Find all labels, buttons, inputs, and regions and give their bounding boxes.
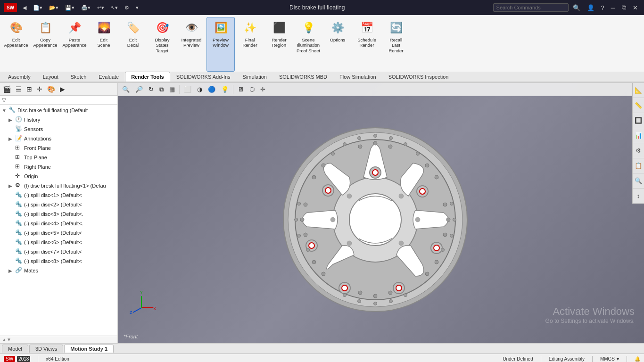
new-btn[interactable]: 📄▾ xyxy=(30,4,45,12)
svg-point-12 xyxy=(388,291,392,295)
ribbon-btn-paste-appearance[interactable]: 📌 PasteAppearance xyxy=(60,17,89,72)
tab-render-tools[interactable]: Render Tools xyxy=(125,72,170,82)
tab-layout[interactable]: Layout xyxy=(37,72,65,82)
ribbon-btn-edit-appearance[interactable]: 🎨 EditAppearance xyxy=(2,17,30,72)
tree-item-spiii-disc5[interactable]: 🔩(-) spiii disc<5> (Default< xyxy=(0,228,117,238)
open-btn[interactable]: 📂▾ xyxy=(46,4,61,12)
coordinate-triad: X Y Z xyxy=(127,287,156,315)
tree-item-annotations[interactable]: ▶📝Annotations xyxy=(0,134,117,143)
ribbon-btn-scene-illumination[interactable]: 💡 SceneIlluminationProof Sheet xyxy=(294,17,322,72)
tab-flow-simulation[interactable]: Flow Simulation xyxy=(333,72,382,82)
bottom-tab-model[interactable]: Model xyxy=(2,345,28,353)
ribbon-btn-options[interactable]: ⚙️ Options xyxy=(323,17,352,72)
vtt-display-style[interactable]: 🔵 xyxy=(206,85,218,94)
vtt-sections[interactable]: ⧉ xyxy=(157,85,166,94)
sidebar-tool-list[interactable]: ☰ xyxy=(14,84,24,94)
tree-item-spiii-disc2[interactable]: 🔩(-) spiii disc<2> (Default< xyxy=(0,200,117,209)
tree-item-spiii-disc1[interactable]: 🔩(-) spiii disc<1> (Default< xyxy=(0,190,117,200)
minimize-btn[interactable]: ─ xyxy=(609,3,618,12)
vtt-zoom-in[interactable]: 🔍 xyxy=(120,85,132,94)
vtt-lights[interactable]: 💡 xyxy=(219,85,231,94)
tab-solidworks-mbd[interactable]: SOLIDWORKS MBD xyxy=(273,72,333,82)
tab-solidworks-add-ins[interactable]: SOLIDWORKS Add-Ins xyxy=(170,72,237,82)
tab-assembly[interactable]: Assembly xyxy=(2,72,37,82)
tree-item-spiii-disc6[interactable]: 🔩(-) spiii disc<6> (Default< xyxy=(0,238,117,247)
select-btn[interactable]: ↖▾ xyxy=(108,4,121,12)
vtt-zoom-out[interactable]: 🔎 xyxy=(133,85,145,94)
undo-btn[interactable]: ↩▾ xyxy=(94,4,107,12)
ribbon-btn-final-render[interactable]: ✨ FinalRender xyxy=(236,17,264,72)
vtt-3d[interactable]: ⬡ xyxy=(247,85,257,94)
tree-item-origin[interactable]: ✛Origin xyxy=(0,172,117,181)
tab-solidworks-inspection[interactable]: SOLIDWORKS Inspection xyxy=(382,72,455,82)
vrt-btn-5[interactable]: ⚙ xyxy=(633,143,644,158)
tree-icon-mates: 🔗 xyxy=(15,267,23,274)
sidebar-tool-plus[interactable]: ✛ xyxy=(35,84,44,94)
tree-item-sensors[interactable]: 📡Sensors xyxy=(0,124,117,134)
vrt-btn-8[interactable]: ↕ xyxy=(633,189,644,204)
ribbon-btn-display-states-target[interactable]: 🎯 DisplayStatesTarget xyxy=(148,17,176,72)
nav-back[interactable]: ◀ xyxy=(20,4,29,12)
ribbon-label-options: Options xyxy=(330,37,346,42)
bottom-tab-3d-views[interactable]: 3D Views xyxy=(29,345,63,353)
sidebar-tool-config[interactable]: ⊞ xyxy=(25,84,34,94)
sidebar-tool-appearance[interactable]: 🎨 xyxy=(45,84,57,94)
tree-item-disc-full[interactable]: ▶⚙(f) disc bresk full floating<1> (Defau xyxy=(0,181,117,190)
vtt-view-orient[interactable]: ⬜ xyxy=(182,85,194,94)
vtt-rotate[interactable]: ↻ xyxy=(146,85,156,94)
tree-item-spiii-disc4[interactable]: 🔩(-) spiii disc<4> (Default<. xyxy=(0,219,117,228)
tree-item-mates[interactable]: ▶🔗Mates xyxy=(0,266,117,275)
vtt-hide-show[interactable]: ◑ xyxy=(195,85,205,94)
vrt-btn-7[interactable]: 🔍 xyxy=(633,173,644,189)
tree-item-front-plane[interactable]: ⊞Front Plane xyxy=(0,143,117,153)
more-btn[interactable]: ▾ xyxy=(133,4,141,12)
tab-simulation[interactable]: Simulation xyxy=(237,72,273,82)
vtt-filter[interactable]: ▦ xyxy=(167,85,177,94)
svg-point-37 xyxy=(309,243,314,248)
viewport[interactable]: 🔍 🔎 ↻ ⧉ ▦ ⬜ ◑ 🔵 💡 🖥 ⬡ ✛ xyxy=(118,83,644,343)
ribbon-btn-recall-last-render[interactable]: 🔄 RecallLastRender xyxy=(382,17,410,72)
tab-sketch[interactable]: Sketch xyxy=(65,72,93,82)
ribbon-btn-schedule-render[interactable]: 📅 ScheduleRender xyxy=(353,17,381,72)
close-btn[interactable]: ✕ xyxy=(630,3,640,12)
svg-point-33 xyxy=(396,285,402,291)
sidebar-tool-arrow[interactable]: ▶ xyxy=(58,84,67,94)
tree-item-top-plane[interactable]: ⊞Top Plane xyxy=(0,153,117,162)
print-btn[interactable]: 🖨️▾ xyxy=(78,4,93,12)
bottom-tab-motion-study-1[interactable]: Motion Study 1 xyxy=(64,345,114,353)
options-quick[interactable]: ⚙ xyxy=(122,4,132,12)
vtt-screen[interactable]: 🖥 xyxy=(235,85,246,94)
vrt-btn-2[interactable]: 📏 xyxy=(633,98,644,113)
tree-root[interactable]: ▼🔧Disc brake full floating (Default xyxy=(0,106,117,115)
ribbon-label-scene-illumination: SceneIlluminationProof Sheet xyxy=(297,37,320,53)
svg-point-10 xyxy=(446,218,450,222)
title-bar: SW ◀ 📄▾ 📂▾ 💾▾ 🖨️▾ ↩▾ ↖▾ ⚙ ▾ Disc brake f… xyxy=(0,0,644,15)
ribbon-btn-preview-window[interactable]: 🖼️ PreviewWindow xyxy=(206,17,235,72)
tab-evaluate[interactable]: Evaluate xyxy=(92,72,125,82)
tree-item-spiii-disc7[interactable]: 🔩(-) spiii disc<7> (Default< xyxy=(0,247,117,256)
tree-item-right-plane[interactable]: ⊞Right Plane xyxy=(0,162,117,172)
tree-item-history[interactable]: ▶🕐History xyxy=(0,115,117,124)
vrt-btn-1[interactable]: 📐 xyxy=(633,83,644,98)
search-input[interactable] xyxy=(493,3,569,12)
ribbon-btn-edit-decal[interactable]: 🏷️ EditDecal xyxy=(119,17,147,72)
tree-item-spiii-disc3[interactable]: 🔩(-) spiii disc<3> (Default<. xyxy=(0,209,117,219)
search-icon-btn[interactable]: 🔍 xyxy=(570,3,583,12)
restore-btn[interactable]: ⧉ xyxy=(619,3,628,12)
ribbon-btn-edit-scene[interactable]: 🌄 EditScene xyxy=(90,17,118,72)
ribbon-btn-copy-appearance[interactable]: 📋 CopyAppearance xyxy=(31,17,59,72)
vrt-btn-3[interactable]: 🔲 xyxy=(633,113,644,128)
sidebar-tool-motionstudy[interactable]: 🎬 xyxy=(1,84,13,94)
ribbon-btn-integrated-preview[interactable]: 👁️ IntegratedPreview xyxy=(177,17,206,72)
vrt-btn-4[interactable]: 📊 xyxy=(633,128,644,143)
ribbon-label-edit-scene: EditScene xyxy=(98,37,110,48)
tree-item-spiii-disc8[interactable]: 🔩(-) spiii disc<8> (Default< xyxy=(0,256,117,266)
units-dropdown-icon[interactable]: ▾ xyxy=(617,356,619,362)
vrt-btn-6[interactable]: 📋 xyxy=(633,158,644,173)
help-icon[interactable]: ? xyxy=(599,3,607,12)
user-icon[interactable]: 👤 xyxy=(585,3,597,12)
save-btn[interactable]: 💾▾ xyxy=(62,4,77,12)
ribbon-btn-render-region[interactable]: ⬛ RenderRegion xyxy=(265,17,293,72)
svg-point-48 xyxy=(404,143,407,146)
vtt-triad[interactable]: ✛ xyxy=(258,85,268,94)
